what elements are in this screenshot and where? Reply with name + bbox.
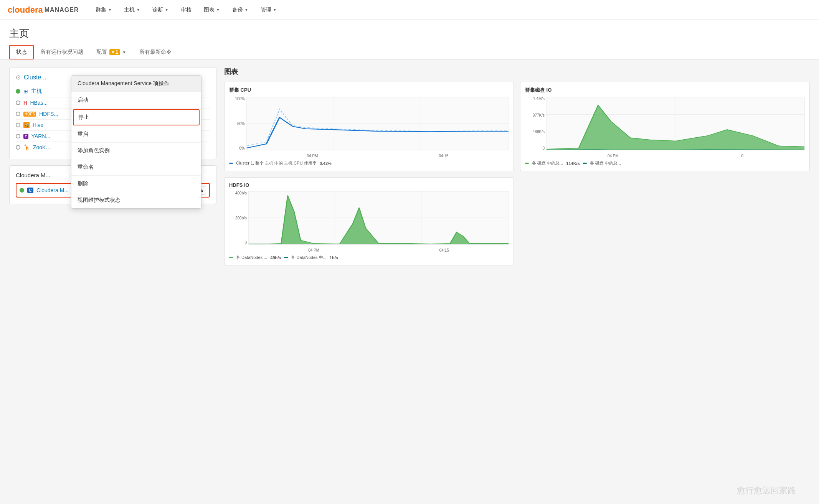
nav-item-backup[interactable]: 备份 ▼ [231, 1, 250, 19]
legend-color-teal [583, 163, 587, 164]
cluster-icon: ⊙ [16, 74, 21, 81]
chart-hdfs-io-plot [248, 191, 509, 245]
status-dot-grey [16, 134, 20, 138]
chevron-down-icon: ▼ [216, 8, 220, 12]
chevron-down-icon: ▼ [165, 8, 168, 12]
chart-disk-io-plot [546, 97, 805, 150]
chart-disk-io-legend: 各 磁盘 中的总... 114K/s 各 磁盘 中的总... [525, 160, 805, 166]
chart-disk-io: 群集磁盘 IO 1.4M/s 977K/s 488K/s 0 [520, 82, 810, 171]
context-menu: Cloudera Management Service 项操作 启动 停止 重启… [71, 75, 201, 209]
chevron-down-icon: ▼ [244, 8, 248, 12]
legend-label-disk1: 各 磁盘 中的总... [532, 160, 563, 166]
svg-marker-18 [249, 196, 509, 244]
cloudera-logo: cloudera [8, 5, 43, 15]
menu-item-delete[interactable]: 删除 [71, 176, 201, 192]
service-name-host[interactable]: 主机 [31, 88, 42, 95]
cluster-card: ⊙ Cluste... ⊞ 主机 H HBas... [9, 67, 216, 159]
legend-color-blue [229, 163, 233, 164]
x-axis-hdfs: 04 PM 04:15 [248, 248, 509, 252]
legend-value-disk1: 114K/s [566, 161, 580, 166]
tab-issues[interactable]: 所有运行状况问题 [34, 45, 90, 59]
nav-item-admin[interactable]: 管理 ▼ [259, 1, 278, 19]
top-navigation: cloudera MANAGER 群集 ▼ 主机 ▼ 诊断 ▼ 审核 图表 ▼ … [0, 0, 819, 20]
page-header: 主页 状态 所有运行状况问题 配置 ✕ 1 ▼ 所有最新命令 [0, 20, 819, 59]
legend-value-hdfs1: 49b/s [270, 255, 281, 260]
left-panel: ⊙ Cluste... ⊞ 主机 H HBas... [9, 67, 216, 265]
legend-label-hdfs1: 各 DataNodes ... [236, 255, 267, 260]
main-content: ⊙ Cluste... ⊞ 主机 H HBas... [0, 59, 819, 273]
y-axis-hdfs: 400b/s 200b/s 0 [229, 191, 248, 245]
status-dot-green [20, 188, 24, 193]
chart-hdfs-io-svg [249, 191, 509, 244]
hive-icon: 🐝 [23, 122, 30, 128]
status-dot-grey [16, 145, 20, 150]
y-axis-cpu: 100% 50% 0% [229, 97, 246, 150]
x-axis-cpu: 04 PM 04:15 [246, 154, 509, 158]
legend-label-hdfs2: 各 DataNodes 中... [291, 255, 326, 260]
chart-hdfs-io-legend: 各 DataNodes ... 49b/s 各 DataNodes 中... 1… [229, 255, 509, 260]
tab-commands[interactable]: 所有最新命令 [133, 45, 178, 59]
service-name-hdfs[interactable]: HDFS... [39, 111, 58, 117]
service-name-hive[interactable]: Hive [33, 122, 43, 128]
legend-color-green [229, 257, 233, 258]
service-name-hbase[interactable]: HBas... [30, 100, 48, 106]
status-dot-grey [16, 112, 20, 116]
chart-disk-io-area: 1.4M/s 977K/s 488K/s 0 [525, 97, 805, 158]
menu-item-start[interactable]: 启动 [71, 92, 201, 109]
service-name-yarn[interactable]: YARN... [31, 133, 51, 139]
legend-value-hdfs2: 1b/s [330, 255, 338, 260]
chart-disk-io-svg [547, 97, 804, 150]
chevron-down-icon: ▼ [136, 8, 140, 12]
logo-area: cloudera MANAGER [8, 5, 79, 15]
nav-item-audit[interactable]: 审核 [179, 1, 193, 19]
menu-item-restart[interactable]: 重启 [71, 126, 201, 143]
chart-cpu-area: 100% 50% 0% [229, 97, 509, 158]
chart-cpu-title: 群集 CPU [229, 87, 509, 94]
nav-item-cluster[interactable]: 群集 ▼ [94, 1, 113, 19]
right-panel: 图表 群集 CPU 100% 50% 0% [224, 67, 810, 265]
chart-hdfs-io-title: HDFS IO [229, 182, 509, 188]
status-dot-grey [16, 123, 20, 127]
hbase-icon: H [23, 100, 27, 106]
menu-item-rename[interactable]: 重命名 [71, 159, 201, 176]
nav-item-host[interactable]: 主机 ▼ [122, 1, 142, 19]
nav-item-charts[interactable]: 图表 ▼ [202, 1, 221, 19]
legend-value-cpu: 0.42% [320, 161, 332, 166]
config-badge: ✕ 1 [109, 49, 120, 55]
chart-cpu-legend: Cluster 1, 整个 主机 中的 主机 CPU 使用率 0.42% [229, 160, 509, 166]
dropdown-title: Cloudera Management Service 项操作 [71, 76, 201, 92]
menu-item-add-role[interactable]: 添加角色实例 [71, 143, 201, 159]
tab-status[interactable]: 状态 [9, 45, 34, 59]
page-title: 主页 [9, 27, 810, 40]
legend-label-disk2: 各 磁盘 中的总... [590, 160, 621, 166]
chart-cpu-svg [247, 97, 509, 150]
svg-marker-19 [249, 244, 509, 244]
tabs-row: 状态 所有运行状况问题 配置 ✕ 1 ▼ 所有最新命令 [9, 45, 810, 59]
nav-item-diagnostics[interactable]: 诊断 ▼ [151, 1, 170, 19]
status-dot-green [16, 89, 20, 94]
tab-config[interactable]: 配置 ✕ 1 ▼ [90, 45, 133, 59]
menu-item-stop[interactable]: 停止 [73, 109, 200, 125]
service-name-zookeeper[interactable]: ZooK... [33, 144, 50, 150]
grid-icon: ⊞ [23, 88, 28, 94]
chart-hdfs-io: HDFS IO 400b/s 200b/s 0 [224, 177, 514, 265]
y-axis-label-cpu: percent [224, 129, 225, 141]
status-dot-grey [16, 100, 20, 105]
chart-hdfs-io-area: 400b/s 200b/s 0 [229, 191, 509, 252]
svg-text:🐝: 🐝 [24, 122, 30, 128]
hdfs-icon: HDFS [23, 112, 36, 117]
charts-title: 图表 [224, 67, 810, 76]
chevron-down-icon: ▼ [273, 8, 277, 12]
chevron-down-icon: ▼ [122, 50, 126, 54]
menu-item-maintenance[interactable]: 视图维护模式状态 [71, 192, 201, 208]
cms-icon: C [27, 188, 33, 193]
yarn-icon: Y [23, 134, 28, 139]
chart-cpu-plot [246, 97, 509, 150]
legend-color-teal [284, 257, 288, 258]
x-axis-disk: 04 PM 0 [546, 154, 805, 158]
zookeeper-icon: 🦒 [23, 144, 30, 150]
charts-grid: 群集 CPU 100% 50% 0% [224, 82, 810, 265]
legend-label-cpu: Cluster 1, 整个 主机 中的 主机 CPU 使用率 [236, 160, 317, 166]
chevron-down-icon: ▼ [108, 8, 112, 12]
chart-disk-io-title: 群集磁盘 IO [525, 87, 805, 94]
